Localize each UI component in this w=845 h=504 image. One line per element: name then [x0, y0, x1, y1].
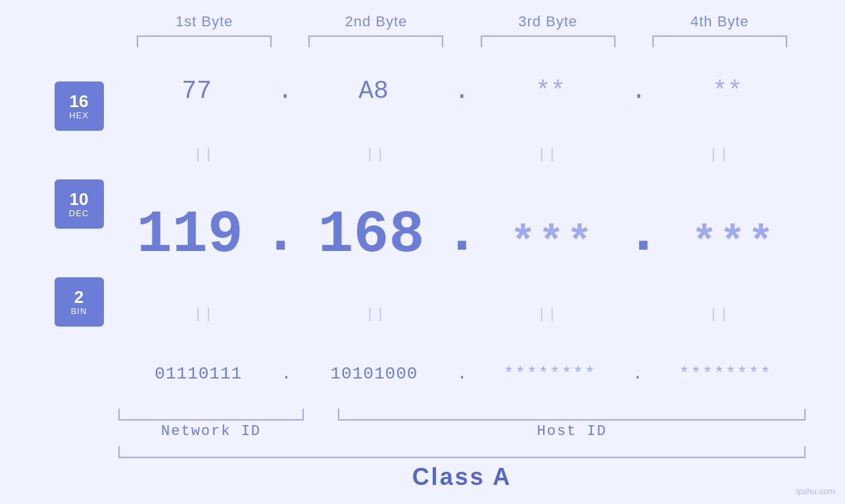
bin-b3-value: ******** — [504, 364, 596, 384]
hex-b3-value: ** — [535, 77, 566, 105]
dec-b2-value: 168 — [318, 206, 425, 265]
dot-hex-2: . — [452, 77, 472, 105]
dec-b3-cell: *** — [481, 222, 625, 265]
dec-b2-cell: 168 — [300, 206, 443, 265]
hex-badge: 16 HEX — [55, 81, 104, 131]
dec-b1-value: 119 — [137, 206, 243, 265]
bin-badge: 2 BIN — [55, 277, 104, 327]
class-bracket — [118, 446, 806, 458]
bracket-cell-1 — [118, 35, 290, 47]
col-header-1: 1st Byte — [118, 13, 290, 30]
host-bracket — [338, 409, 806, 421]
dec-b4-cell: *** — [662, 222, 806, 265]
dec-b4-value: *** — [692, 222, 777, 265]
label-column: 16 HEX 10 DEC 2 BIN — [39, 57, 118, 403]
hex-b2-cell: A8 — [295, 77, 452, 105]
bottom-bracket-row — [118, 409, 806, 421]
bin-b2-cell: 10101000 — [294, 364, 454, 384]
col-header-3: 3rd Byte — [462, 13, 634, 30]
network-host-labels: Network ID Host ID — [118, 423, 806, 440]
bin-b1-value: 01110111 — [155, 364, 242, 384]
dec-row: 119 . 168 . *** . *** — [118, 204, 806, 265]
dot-dec-3: . — [624, 204, 662, 263]
dot-dec-2: . — [443, 204, 481, 263]
hex-row: 77 . A8 . ** . ** — [118, 77, 806, 105]
col-header-4: 4th Byte — [634, 13, 806, 30]
bottom-brackets-area: Network ID Host ID Class A — [118, 409, 806, 491]
dot-hex-3: . — [629, 77, 649, 105]
bin-row: 01110111 . 10101000 . ******** . *******… — [118, 364, 806, 384]
bin-b1-cell: 01110111 — [118, 364, 279, 384]
bracket-cell-2 — [290, 35, 462, 47]
equals-divider-2: || || || || — [118, 305, 806, 324]
dot-bin-2: . — [454, 364, 470, 384]
hex-b1-value: 77 — [181, 77, 212, 105]
hex-b4-cell: ** — [649, 77, 806, 105]
hex-b2-value: A8 — [358, 77, 389, 105]
hex-b4-value: ** — [712, 77, 742, 105]
bin-b4-value: ******** — [679, 364, 772, 384]
bin-b4-cell: ******** — [645, 364, 806, 384]
class-label: Class A — [118, 463, 806, 491]
dot-bin-1: . — [279, 364, 295, 384]
dot-hex-1: . — [275, 77, 295, 105]
network-bracket — [118, 409, 304, 421]
bin-b2-value: 10101000 — [331, 364, 418, 384]
equals-divider-1: || || || || — [118, 145, 806, 164]
bin-b3-cell: ******** — [470, 364, 630, 384]
dec-b1-cell: 119 — [118, 206, 262, 265]
dec-badge: 10 DEC — [55, 179, 104, 229]
host-id-label: Host ID — [338, 423, 806, 440]
col-header-2: 2nd Byte — [290, 13, 462, 30]
network-id-label: Network ID — [118, 423, 304, 440]
watermark: ipshu.com — [796, 486, 835, 496]
dot-dec-1: . — [262, 204, 300, 263]
hex-b1-cell: 77 — [118, 77, 275, 105]
bracket-cell-4 — [634, 35, 806, 47]
hex-b3-cell: ** — [472, 77, 629, 105]
dot-bin-3: . — [630, 364, 646, 384]
main-container: 1st Byte 2nd Byte 3rd Byte 4th Byte 16 H… — [0, 0, 845, 504]
bracket-cell-3 — [462, 35, 634, 47]
dec-b3-value: *** — [510, 222, 595, 265]
